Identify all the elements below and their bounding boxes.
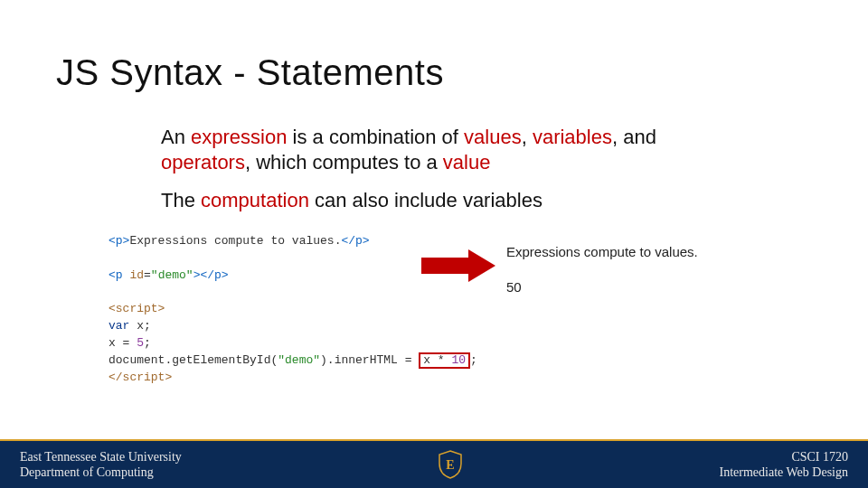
code-text: document.getElementById( — [108, 353, 278, 367]
code-keyword: var — [108, 319, 129, 333]
code-text: x * — [423, 353, 451, 367]
slide-title: JS Syntax - Statements — [56, 52, 444, 93]
keyword-computation: computation — [201, 189, 309, 211]
footer: East Tennessee State University Departme… — [0, 441, 868, 488]
footer-left: East Tennessee State University Departme… — [20, 449, 182, 481]
keyword-values: values — [464, 126, 522, 148]
text: The — [161, 189, 201, 211]
text: can also include variables — [309, 189, 542, 211]
text: is a combination of — [287, 126, 464, 148]
code-eq: = — [144, 268, 151, 282]
code-text: ; — [144, 336, 151, 350]
paragraph-1: An expression is a combination of values… — [161, 125, 740, 174]
code-tag: </p> — [341, 234, 369, 248]
logo-letter: E — [446, 458, 454, 472]
course-code: CSCI 1720 — [720, 449, 848, 465]
code-string: "demo" — [151, 268, 193, 282]
code-string: "demo" — [278, 353, 320, 367]
text: , and — [612, 126, 656, 148]
highlight-box: x * 10 — [419, 352, 470, 369]
output-line-2: 50 — [506, 277, 698, 296]
code-tag: </script> — [108, 371, 172, 384]
code-number: 5 — [137, 336, 144, 350]
code-text: x = — [108, 336, 137, 350]
code-tag: <p> — [108, 234, 129, 248]
course-name: Intermediate Web Design — [720, 465, 848, 481]
output-line-1: Expressions compute to values. — [506, 242, 698, 261]
code-text: Expressions compute to values. — [129, 234, 341, 248]
text: , — [522, 126, 533, 148]
shield-icon: E — [438, 450, 463, 479]
slide: JS Syntax - Statements An expression is … — [0, 0, 868, 488]
keyword-value: value — [443, 151, 491, 174]
footer-logo: E — [437, 449, 464, 480]
arrow-head — [468, 249, 495, 282]
keyword-expression: expression — [191, 126, 287, 148]
code-attr: id — [123, 268, 144, 282]
code-text: ).innerHTML = — [320, 353, 419, 367]
university-name: East Tennessee State University — [20, 449, 182, 465]
code-tag: <script> — [108, 302, 165, 315]
footer-right: CSCI 1720 Intermediate Web Design — [720, 449, 848, 481]
code-text: x; — [129, 319, 150, 333]
code-text: ; — [470, 353, 477, 367]
code-tag: <p — [108, 268, 123, 282]
output-block: Expressions compute to values. 50 — [506, 242, 698, 296]
arrow-icon — [421, 249, 495, 282]
text: An — [161, 126, 191, 148]
keyword-variables: variables — [533, 126, 612, 148]
code-number: 10 — [451, 353, 466, 367]
arrow-body — [421, 258, 468, 274]
text: , which computes to a — [245, 151, 443, 174]
keyword-operators: operators — [161, 151, 245, 174]
code-tag: </p> — [200, 268, 228, 282]
paragraph-2: The computation can also include variabl… — [161, 188, 740, 213]
department-name: Department of Computing — [20, 465, 182, 481]
